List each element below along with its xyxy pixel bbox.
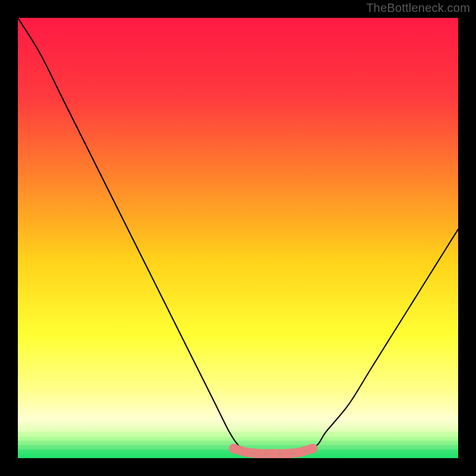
optimal-dot xyxy=(255,449,265,458)
optimal-dot xyxy=(268,449,278,458)
optimal-dot xyxy=(242,448,252,458)
gradient-background xyxy=(18,18,458,458)
optimal-dot xyxy=(295,448,305,458)
optimal-dot xyxy=(308,444,318,453)
watermark-text: TheBottleneck.com xyxy=(366,1,470,15)
svg-rect-0 xyxy=(18,432,458,436)
chart-frame: TheBottleneck.com xyxy=(0,0,476,476)
plot-svg xyxy=(18,18,458,458)
optimal-dot xyxy=(282,449,292,458)
svg-rect-1 xyxy=(18,436,458,440)
bottleneck-plot xyxy=(18,18,458,458)
svg-rect-2 xyxy=(18,440,458,444)
optimal-dot xyxy=(229,444,239,453)
